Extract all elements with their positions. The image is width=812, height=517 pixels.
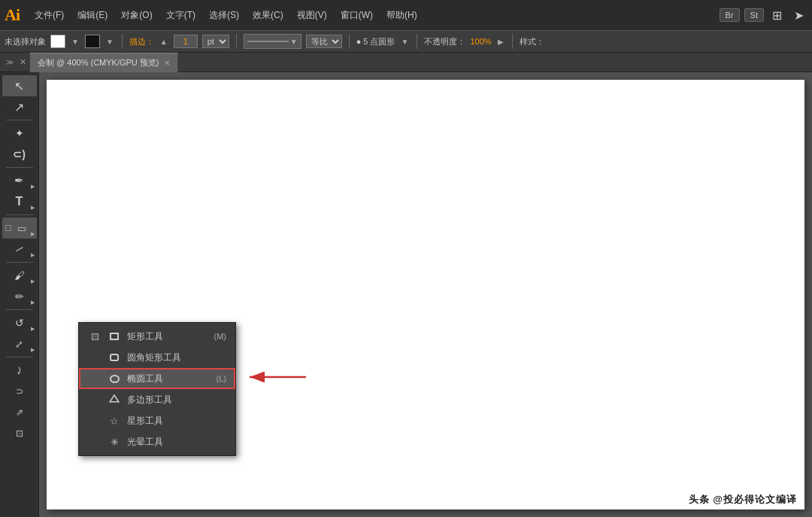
tab-close-btn[interactable]: ✕ — [17, 57, 29, 67]
workspace-icon[interactable]: ⊞ — [768, 7, 786, 24]
rotate-icon: ↺ — [15, 317, 24, 329]
rounded-rect-tool-label: 圆角矩形工具 — [127, 351, 181, 364]
bridge-button[interactable]: Br — [720, 8, 740, 22]
artboard-tool-btn[interactable]: ⊡ — [2, 423, 37, 444]
rect-tool-icon — [108, 330, 121, 343]
shape-tool-btn[interactable]: ▭ ▶ — [2, 217, 37, 239]
flyout-ellipse-tool[interactable]: 椭圆工具 (L) — [79, 368, 235, 389]
main-area: ↖ ↗ ✦ ⊂) ✒ ▶ T ▶ ▭ ▶ — [0, 72, 812, 517]
stroke-arrow[interactable]: ▼ — [105, 38, 115, 46]
paintbrush-tool-btn[interactable]: 🖌 ▶ — [2, 265, 37, 286]
line-flyout-arrow: ▶ — [31, 252, 35, 258]
tool-separator-4 — [6, 262, 33, 263]
rect-tool-shortcut: (M) — [214, 332, 227, 341]
star-empty — [88, 414, 102, 427]
tool-separator-3 — [6, 214, 33, 215]
menu-window[interactable]: 窗口(W) — [335, 6, 379, 25]
flyout-rect-tool[interactable]: 矩形工具 (M) — [79, 326, 235, 347]
warp-tool-btn[interactable]: ⤸ — [2, 360, 37, 381]
ellipse-empty — [88, 372, 102, 385]
line-tool-btn[interactable]: / ▶ — [2, 239, 37, 260]
pen-flyout-arrow: ▶ — [31, 184, 35, 190]
shape-flyout-arrow: ▶ — [31, 231, 35, 237]
direct-selection-icon: ↗ — [14, 100, 24, 114]
rect-tool-label: 矩形工具 — [127, 330, 163, 343]
pencil-flyout-arrow: ▶ — [31, 300, 35, 306]
star-tool-icon: ☆ — [108, 414, 121, 427]
app-logo: Ai — [5, 5, 20, 25]
lasso-tool-btn[interactable]: ⊂) — [2, 144, 37, 165]
magic-wand-tool-btn[interactable]: ✦ — [2, 123, 37, 144]
scale-flyout-arrow: ▶ — [31, 347, 35, 353]
separator-4 — [417, 34, 417, 49]
separator-2 — [236, 34, 237, 49]
menu-file[interactable]: 文件(F) — [29, 6, 70, 25]
title-bar-right: Br St ⊞ ➤ — [720, 7, 807, 24]
menu-view[interactable]: 视图(V) — [291, 6, 333, 25]
document-tab[interactable]: 会制 @ 400% (CMYK/GPU 预览) ✕ — [29, 53, 178, 72]
rounded-rect-tool-icon — [108, 351, 121, 364]
flyout-polygon-tool[interactable]: 多边形工具 — [79, 389, 235, 410]
rotate-tool-btn[interactable]: ↺ ▶ — [2, 312, 37, 333]
opacity-arrow[interactable]: ▶ — [496, 38, 505, 46]
options-bar: 未选择对象 ▼ ▼ 描边： ▲ pt ▼ 等比 ● 5 点圆形 ▼ 不透明度： … — [0, 30, 812, 53]
menu-edit[interactable]: 编辑(E) — [71, 6, 114, 25]
scale-icon: ⤢ — [15, 339, 23, 350]
shape-indicator — [5, 225, 11, 231]
warp-icon: ⤸ — [15, 365, 23, 376]
rounded-rect-empty — [88, 351, 102, 364]
scale-tool-btn[interactable]: ⤢ ▶ — [2, 333, 37, 354]
stock-button[interactable]: St — [744, 8, 764, 22]
paintbrush-flyout-arrow: ▶ — [31, 278, 35, 284]
direct-selection-tool-btn[interactable]: ↗ — [2, 96, 37, 117]
ellipse-tool-icon — [108, 372, 121, 385]
ellipse-tool-label: 椭圆工具 — [127, 373, 163, 385]
arrow-annotation — [242, 366, 310, 388]
tab-bar: ≫ ✕ 会制 @ 400% (CMYK/GPU 预览) ✕ — [0, 53, 812, 72]
stroke-value-input[interactable] — [174, 35, 198, 48]
lasso-icon: ⊂) — [13, 148, 26, 160]
polygon-tool-label: 多边形工具 — [127, 394, 172, 406]
stroke-label: 描边： — [129, 36, 154, 47]
artboard-icon: ⊡ — [16, 428, 23, 439]
text-tool-btn[interactable]: T ▶ — [2, 191, 37, 212]
stroke-swatch[interactable] — [85, 35, 100, 48]
watermark: 头条 @投必得论文编译 — [689, 493, 797, 506]
polygon-tool-icon — [108, 393, 121, 406]
stroke-style-selector[interactable]: ▼ — [244, 34, 301, 49]
point-shape-arrow[interactable]: ▼ — [400, 38, 411, 46]
flyout-star-tool[interactable]: ☆ 星形工具 — [79, 410, 235, 431]
opacity-label: 不透明度： — [424, 36, 465, 47]
blend-tool-btn[interactable]: ⊃ — [2, 381, 37, 402]
menu-effect[interactable]: 效果(C) — [247, 6, 289, 25]
ratio-select[interactable]: 等比 — [306, 35, 342, 48]
svg-marker-0 — [110, 395, 119, 402]
menu-text[interactable]: 文字(T) — [160, 6, 201, 25]
stroke-unit-select[interactable]: pt — [202, 35, 229, 48]
separator-5 — [512, 34, 513, 49]
canvas-area[interactable]: 矩形工具 (M) 圆角矩形工具 椭圆工具 (L) — [39, 72, 812, 517]
stroke-up-arrow[interactable]: ▲ — [159, 38, 169, 46]
rect-tool-indicator — [88, 330, 102, 343]
shape-flyout-menu: 矩形工具 (M) 圆角矩形工具 椭圆工具 (L) — [78, 322, 236, 456]
magic-wand-icon: ✦ — [15, 127, 24, 139]
tool-separator-1 — [6, 120, 33, 120]
point-shape-label: ● 5 点圆形 — [356, 36, 395, 47]
tab-scroll-left[interactable]: ≫ — [3, 58, 17, 66]
separator-3 — [349, 34, 350, 49]
share-icon[interactable]: ➤ — [790, 7, 807, 24]
flyout-flare-tool[interactable]: ✳ 光晕工具 — [79, 431, 235, 452]
line-icon: / — [14, 244, 24, 254]
tab-close-icon[interactable]: ✕ — [164, 59, 170, 67]
pencil-tool-btn[interactable]: ✏ ▶ — [2, 286, 37, 307]
menu-object[interactable]: 对象(O) — [115, 6, 158, 25]
fill-swatch[interactable] — [50, 35, 65, 48]
menu-select[interactable]: 选择(S) — [203, 6, 245, 25]
pencil-icon: ✏ — [15, 290, 24, 303]
flyout-rounded-rect-tool[interactable]: 圆角矩形工具 — [79, 347, 235, 368]
selection-tool-btn[interactable]: ↖ — [2, 75, 37, 96]
pen-tool-btn[interactable]: ✒ ▶ — [2, 170, 37, 191]
menu-help[interactable]: 帮助(H) — [380, 6, 423, 25]
symbol-tool-btn[interactable]: ⇗ — [2, 402, 37, 423]
fill-arrow[interactable]: ▼ — [70, 38, 80, 46]
